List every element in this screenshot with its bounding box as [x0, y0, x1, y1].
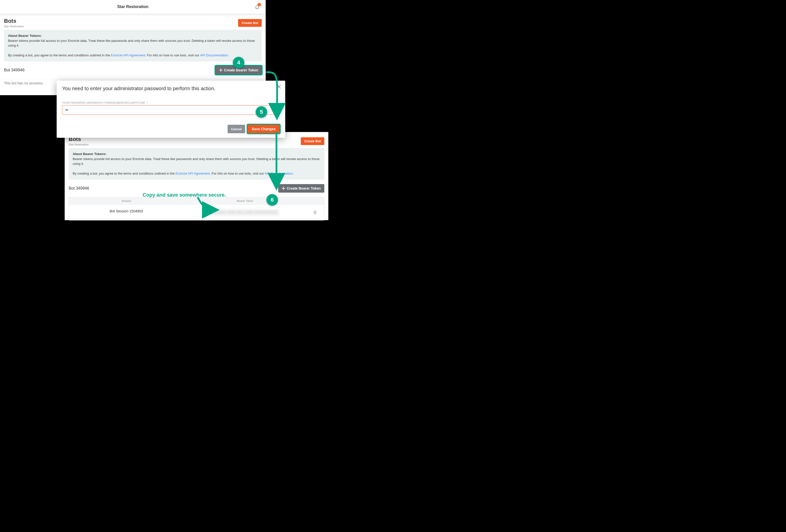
sessions-table: Session Bearer Token Bot Session 1504903… — [69, 197, 324, 220]
token-value: XXXXXxx-XXXX-XXxx-XXXX-XXXXXXXXXXXX — [211, 209, 279, 216]
breadcrumb-org: Star Restoration — [4, 25, 24, 28]
create-bearer-token-button[interactable]: Create Bearer Token — [215, 66, 262, 74]
api-agreement-link-2[interactable]: Encircle API Agreement — [176, 172, 210, 175]
info-heading: About Bearer Tokens: — [8, 33, 258, 38]
bot-header-row: Bot 349946 Create Bearer Token — [0, 62, 266, 79]
delete-token-button[interactable] — [313, 210, 317, 215]
table-head: Session Bearer Token — [69, 197, 324, 204]
cancel-button[interactable]: Cancel — [228, 125, 246, 133]
modal-title: You need to enter your administrator pas… — [62, 86, 270, 91]
api-agreement-link[interactable]: Encircle API Agreement — [111, 53, 145, 57]
info-banner-2: About Bearer Tokens: Bearer tokens provi… — [69, 148, 324, 179]
info-body: Bearer tokens provide full access to you… — [8, 39, 255, 48]
create-bearer-token-button-2[interactable]: Create Bearer Token — [278, 184, 324, 193]
notifications-button[interactable]: 1 — [255, 4, 260, 9]
app-topbar: Star Restoration 1 — [0, 0, 266, 14]
page-header: Bots Star Restoration Create Bot — [0, 15, 266, 30]
api-docs-link-2[interactable]: API Documentation — [265, 172, 293, 175]
col-session: Session — [69, 197, 184, 204]
composite-screenshot: Star Restoration 1 Bots Star Restoration… — [0, 0, 393, 266]
bot-name-2: Bot 349946 — [69, 186, 89, 191]
notifications-badge: 1 — [257, 3, 261, 7]
save-changes-button[interactable]: Save Changes — [248, 125, 280, 133]
info-agree-mid: . For info on how to use bots, visit our — [145, 53, 200, 57]
trash-icon — [313, 210, 317, 215]
bot-header-row-2: Bot 349946 Create Bearer Token — [65, 179, 328, 197]
panel-bots-with-session: Bots Star Restoration Create Bot About B… — [65, 132, 328, 220]
cell-session: Bot Session 1504903 — [69, 204, 184, 220]
password-label: YOUR PASSWORD (ADONAHOO+TRAINING@ENCIRCL… — [62, 101, 280, 104]
create-bot-button[interactable]: Create Bot — [238, 19, 262, 27]
table-row: Bot Session 1504903 XXXXXxx-XXXX-XXxx-XX… — [69, 204, 324, 220]
info-agree-post: . — [228, 53, 229, 57]
create-token-label: Create Bearer Token — [224, 68, 258, 72]
col-actions — [306, 197, 324, 204]
modal-close-button[interactable] — [276, 84, 282, 90]
admin-password-modal: You need to enter your administrator pas… — [56, 81, 285, 138]
cell-actions — [306, 204, 324, 220]
info-heading-2: About Bearer Tokens: — [73, 151, 320, 156]
breadcrumb-org-2: Star Restoration — [69, 143, 89, 146]
info-banner: About Bearer Tokens: Bearer tokens provi… — [4, 30, 262, 62]
plus-icon — [219, 68, 223, 72]
modal-actions: Cancel Save Changes — [62, 125, 280, 133]
create-bot-button-2[interactable]: Create Bot — [301, 137, 324, 145]
bot-name: Bot 349946 — [4, 68, 25, 72]
plus-icon-2 — [282, 187, 285, 190]
cell-token: XXXXXxx-XXXX-XXxx-XXXX-XXXXXXXXXXXX — [184, 204, 306, 220]
info-agree-pre: By creating a bot, you agree to the term… — [8, 53, 111, 57]
page-title: Bots — [4, 18, 24, 24]
topbar-title: Star Restoration — [117, 4, 148, 9]
admin-password-input[interactable] — [62, 105, 280, 115]
info-body-2: Bearer tokens provide full access to you… — [73, 157, 320, 166]
col-token: Bearer Token — [184, 197, 306, 204]
api-docs-link[interactable]: API Documentation — [200, 53, 228, 57]
